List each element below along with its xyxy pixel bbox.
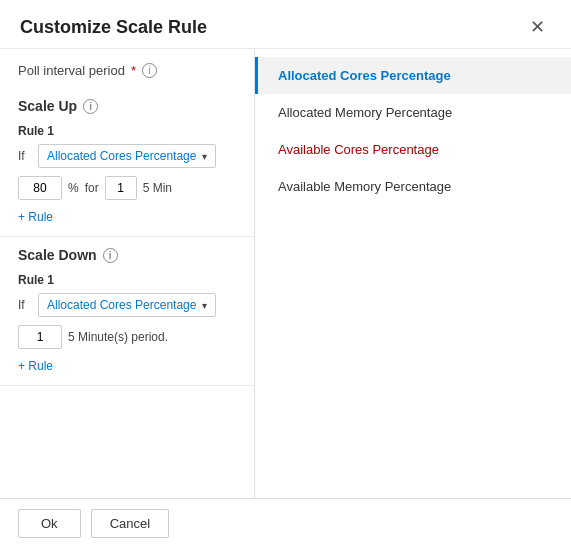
option-available-cores-label: Available Cores Percentage: [278, 142, 439, 157]
customize-scale-rule-dialog: Customize Scale Rule ✕ Poll interval per…: [0, 0, 571, 548]
scale-up-add-rule-button[interactable]: + Rule: [18, 208, 53, 226]
poll-interval-label: Poll interval period: [18, 63, 125, 78]
dialog-body: Poll interval period * i Scale Up i Rule…: [0, 49, 571, 498]
scale-up-minutes-label: 5 Min: [143, 181, 172, 195]
scale-up-duration-input[interactable]: [105, 176, 137, 200]
scale-down-period-text: 5 Minute(s) period.: [68, 330, 168, 344]
cancel-button[interactable]: Cancel: [91, 509, 169, 538]
scale-down-dropdown-chevron-icon: ▾: [202, 300, 207, 311]
scale-down-title: Scale Down i: [18, 247, 236, 263]
scale-down-rule-label: Rule 1: [18, 273, 236, 287]
left-panel: Poll interval period * i Scale Up i Rule…: [0, 49, 255, 498]
scale-down-metric-dropdown[interactable]: Allocated Cores Percentage ▾: [38, 293, 216, 317]
option-allocated-memory[interactable]: Allocated Memory Percentage: [255, 94, 571, 131]
scale-up-rule-label: Rule 1: [18, 124, 236, 138]
scale-down-values-row: 5 Minute(s) period.: [18, 325, 236, 349]
scale-up-metric-dropdown[interactable]: Allocated Cores Percentage ▾: [38, 144, 216, 168]
dialog-footer: Ok Cancel: [0, 498, 571, 548]
right-panel: Allocated Cores Percentage Allocated Mem…: [255, 49, 571, 498]
option-allocated-cores-label: Allocated Cores Percentage: [278, 68, 451, 83]
scale-up-dropdown-chevron-icon: ▾: [202, 151, 207, 162]
ok-button[interactable]: Ok: [18, 509, 81, 538]
scale-up-values-row: % for 5 Min: [18, 176, 236, 200]
scale-down-value-input[interactable]: [18, 325, 62, 349]
poll-interval-info-icon[interactable]: i: [142, 63, 157, 78]
scale-down-section: Scale Down i Rule 1 If Allocated Cores P…: [0, 237, 254, 386]
option-available-memory-label: Available Memory Percentage: [278, 179, 451, 194]
dialog-title: Customize Scale Rule: [20, 17, 207, 38]
scale-up-for-label: for: [85, 181, 99, 195]
scale-up-metric-value: Allocated Cores Percentage: [47, 149, 196, 163]
scale-up-if-label: If: [18, 149, 32, 163]
close-button[interactable]: ✕: [524, 16, 551, 38]
option-allocated-cores[interactable]: Allocated Cores Percentage: [255, 57, 571, 94]
scale-down-if-row: If Allocated Cores Percentage ▾: [18, 293, 236, 317]
scale-down-metric-value: Allocated Cores Percentage: [47, 298, 196, 312]
scale-up-section: Scale Up i Rule 1 If Allocated Cores Per…: [0, 88, 254, 237]
scale-down-if-label: If: [18, 298, 32, 312]
scale-up-percent-label: %: [68, 181, 79, 195]
dialog-header: Customize Scale Rule ✕: [0, 0, 571, 49]
poll-interval-section: Poll interval period * i: [0, 49, 254, 88]
scale-down-info-icon[interactable]: i: [103, 248, 118, 263]
option-allocated-memory-label: Allocated Memory Percentage: [278, 105, 452, 120]
scale-up-title: Scale Up i: [18, 98, 236, 114]
poll-interval-required: *: [131, 63, 136, 78]
option-available-memory[interactable]: Available Memory Percentage: [255, 168, 571, 205]
scale-up-if-row: If Allocated Cores Percentage ▾: [18, 144, 236, 168]
option-available-cores[interactable]: Available Cores Percentage: [255, 131, 571, 168]
scale-up-value-input[interactable]: [18, 176, 62, 200]
scale-up-info-icon[interactable]: i: [83, 99, 98, 114]
scale-down-add-rule-button[interactable]: + Rule: [18, 357, 53, 375]
